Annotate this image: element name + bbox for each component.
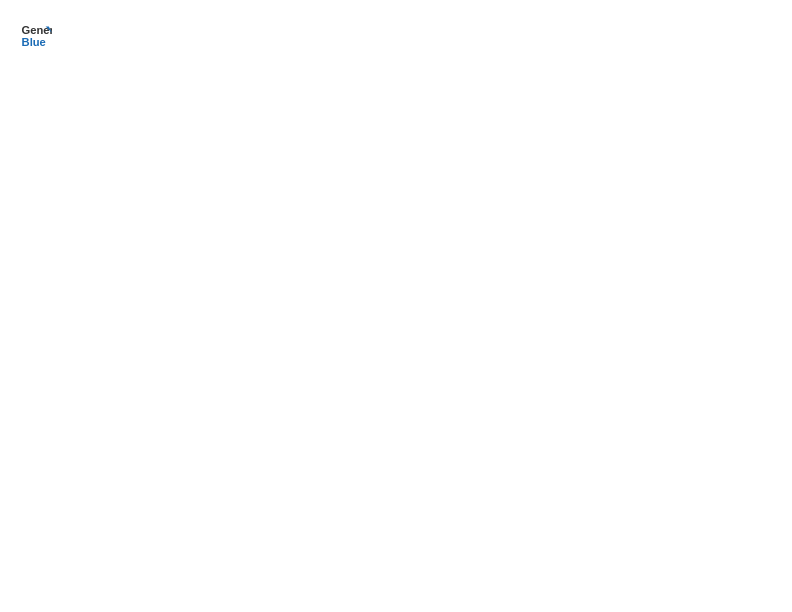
svg-text:General: General — [22, 24, 52, 36]
logo-icon: General Blue — [20, 20, 52, 52]
svg-text:Blue: Blue — [22, 36, 46, 48]
logo: General Blue — [20, 20, 52, 52]
page-header: General Blue — [20, 20, 772, 52]
